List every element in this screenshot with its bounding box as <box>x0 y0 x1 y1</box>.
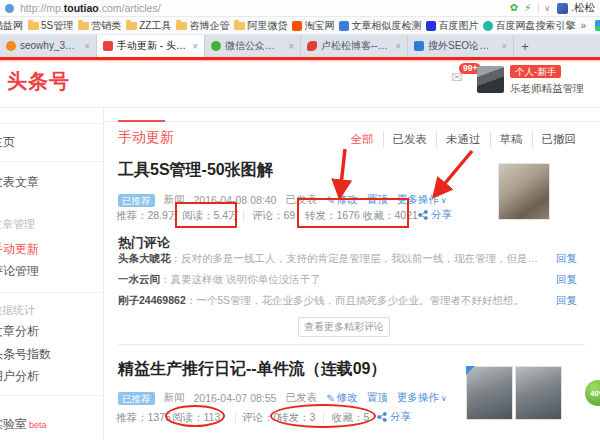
tab-seowhy-search[interactable]: seowhy_360搜索 × <box>0 35 97 57</box>
recommended-badge: 已推荐 <box>118 392 155 405</box>
lusongsong-icon <box>307 41 317 51</box>
reply-link[interactable]: 回复 <box>556 294 577 308</box>
bookmark-5s[interactable]: 5S管理 <box>28 19 73 33</box>
article-meta: 已推荐 新闻 2016-04-08 08:40 已发表 ✎修改 置顶 更多操作∨ <box>118 193 447 207</box>
tab-wechat-mp[interactable]: 微信公众平台 × <box>205 35 301 57</box>
divider <box>0 395 104 396</box>
bookmark-zibo[interactable]: 咨博企管 <box>176 19 229 33</box>
url-text[interactable]: http://mp.toutiao.com/articles/ <box>20 2 161 14</box>
site-favicon <box>5 4 14 13</box>
toutiao-header: 头条号 ✉ 99+ 个人-新手 乐老师精益管理 <box>0 60 600 108</box>
comment-row: 头条大唬花：反对的多是一线工人，支持的肯定是管理层，我以前一线，现在管理，但是即… <box>118 252 548 266</box>
close-icon[interactable]: × <box>501 41 507 52</box>
browser-window: http://mp.toutiao.com/articles/ ✿ ⚡ ∨ .松… <box>0 0 600 440</box>
commenter-name: 一水云间 <box>118 273 160 285</box>
search-360-icon <box>6 41 16 51</box>
filter-all[interactable]: 全部 <box>342 132 383 147</box>
close-icon[interactable]: × <box>395 41 401 52</box>
sidebar-item-manual-update[interactable]: 手动更新 <box>0 241 39 258</box>
pin-top-link[interactable]: 置顶 <box>367 193 388 207</box>
reply-link[interactable]: 回复 <box>556 252 577 266</box>
chevron-down-icon: ∨ <box>441 196 447 205</box>
recommended-badge: 已推荐 <box>118 194 155 207</box>
article-category: 新闻 <box>164 193 185 207</box>
sidebar-item-lab[interactable]: 实验室beta <box>0 416 47 433</box>
more-comments-button[interactable]: 查看更多精彩评论 <box>298 317 390 337</box>
divider <box>538 3 539 13</box>
sidebar-item-article-analysis[interactable]: 文章分析 <box>0 323 39 340</box>
divider <box>0 292 104 293</box>
main-content: 手动更新 全部 已发表 未通过 草稿 已撤回 工具5S管理-50张图解 已推荐 … <box>104 108 600 440</box>
bookmarks-overflow-icon[interactable]: » <box>580 20 586 31</box>
stat-reads: 阅读：5.4万 <box>182 209 239 223</box>
folder-icon <box>126 22 137 30</box>
tab-toutiao-active[interactable]: 手动更新 - 头条号 × <box>97 35 205 57</box>
tab-seowhy-forum[interactable]: 搜外SEO论坛-人气很旺的S × <box>408 35 514 57</box>
close-icon[interactable]: × <box>288 41 294 52</box>
share-nodes-icon <box>377 412 387 422</box>
divider <box>243 210 244 221</box>
divider <box>0 161 104 162</box>
filter-published[interactable]: 已发表 <box>383 132 437 147</box>
sidebar-item-user-analysis[interactable]: 用户分析 <box>0 368 39 385</box>
bookmark-marketing[interactable]: 营销类 <box>78 19 121 33</box>
stat-recommend: 推荐：1375 <box>116 411 171 425</box>
chevron-down-icon: ∨ <box>441 394 447 403</box>
close-icon[interactable]: × <box>192 41 198 52</box>
more-actions-link[interactable]: 更多操作∨ <box>397 193 447 207</box>
chevron-down-icon[interactable]: ∨ <box>544 4 550 13</box>
close-icon[interactable]: × <box>84 41 90 52</box>
extension-apps-icon[interactable]: ▾ <box>595 20 600 31</box>
user-avatar[interactable] <box>477 66 504 93</box>
page-title: 手动更新 <box>118 129 174 147</box>
url-prefix: http://mp. <box>20 2 64 14</box>
speed-mode-icon[interactable]: ⚡ <box>524 3 531 13</box>
commenter-name: 刚子24469862 <box>118 294 186 306</box>
sidebar-item-home[interactable]: 主页 <box>0 134 15 151</box>
more-actions-link[interactable]: 更多操作∨ <box>397 391 447 405</box>
pin-top-link[interactable]: 置顶 <box>367 391 388 405</box>
article-title[interactable]: 精益生产推行日记--单件流（连载09） <box>118 359 386 380</box>
filter-withdrawn[interactable]: 已撤回 <box>532 132 586 147</box>
article-meta: 已推荐 新闻 2016-04-07 08:55 已发表 ✎修改 置顶 更多操作∨ <box>118 391 447 405</box>
url-suffix: .com/articles/ <box>99 2 161 14</box>
tab-lusongsong[interactable]: 卢松松博客--关注草根创业 × <box>301 35 408 57</box>
browser-account-avatar[interactable] <box>557 3 568 14</box>
account-name[interactable]: 乐老师精益管理 <box>510 82 584 96</box>
filter-draft[interactable]: 草稿 <box>490 132 532 147</box>
bookmark-pan-search[interactable]: 百度网盘搜索引擎 <box>483 19 575 33</box>
new-tab-button[interactable]: + <box>514 35 536 57</box>
comment-row: 一水云间：真要这样做 说明你单位没活干了 <box>118 273 548 287</box>
divider <box>323 412 324 423</box>
comment-text: ：一个5S管理，花企业多少钱，而且搞死多少企业。管理者不好好想想。 <box>186 294 524 306</box>
article-category: 新闻 <box>164 391 185 405</box>
browser-account-name[interactable]: .松松 <box>571 1 595 15</box>
sidebar-item-toutiao-index[interactable]: 头条号指数 <box>0 346 51 363</box>
beta-tag: beta <box>29 420 47 430</box>
doc-check-icon <box>339 21 349 31</box>
share-link[interactable]: 分享 <box>377 410 411 424</box>
filter-rejected[interactable]: 未通过 <box>436 132 490 147</box>
divider <box>104 121 600 122</box>
adblock-flower-icon[interactable]: ✿ <box>510 3 518 13</box>
toutiao-logo[interactable]: 头条号 <box>7 68 70 95</box>
edit-link[interactable]: ✎修改 <box>326 391 358 405</box>
article-title[interactable]: 工具5S管理-50张图解 <box>118 160 273 181</box>
seowhy-icon <box>414 41 424 51</box>
divider <box>357 210 358 221</box>
baidu-image-icon <box>426 21 436 31</box>
bookmark-ali[interactable]: 阿里微贷 <box>234 19 287 33</box>
bookmark-baidu-images[interactable]: 百度图片 <box>426 19 478 33</box>
edit-link[interactable]: ✎修改 <box>326 193 358 207</box>
bookmark-similarity-check[interactable]: 文章相似度检测 <box>339 19 421 33</box>
bookmark-taobao[interactable]: 淘宝网 <box>292 19 334 33</box>
bookmark-zztools[interactable]: ZZ工具 <box>126 19 171 33</box>
divider <box>0 123 104 124</box>
bookmark-jingyiwang[interactable]: 精益网 <box>0 19 23 33</box>
sidebar-item-publish[interactable]: 发表文章 <box>0 174 39 191</box>
edit-icon: ✎ <box>326 392 335 404</box>
share-link[interactable]: 分享 <box>418 208 452 222</box>
reply-link[interactable]: 回复 <box>556 273 577 287</box>
folder-icon <box>234 22 245 30</box>
sidebar-item-comment-mgmt[interactable]: 评论管理 <box>0 263 39 280</box>
